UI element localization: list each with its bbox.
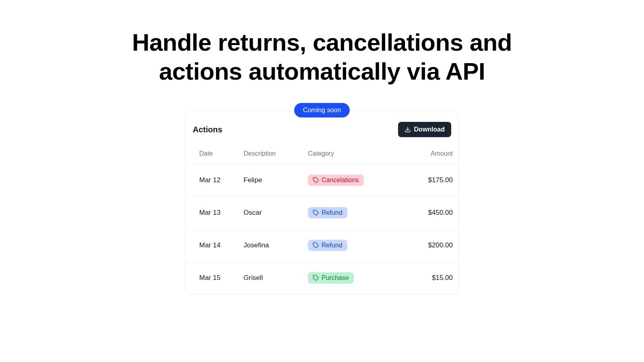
cell-category: Purchase [308,272,396,284]
table-row: Mar 12FelipeCancelations$175.00 [186,164,458,197]
actions-card: Actions Download Date Description Catego… [185,110,459,294]
cell-description: Oscar [244,209,308,217]
th-description: Description [244,150,308,157]
row-menu-button[interactable] [458,175,459,186]
coming-soon-badge: Coming soon [294,103,350,117]
cell-amount: $15.00 [396,274,453,282]
th-amount: Amount [396,150,453,157]
cell-description: Josefina [244,241,308,249]
category-label: Purchase [322,274,349,282]
category-badge: Purchase [308,272,354,284]
cell-category: Refund [308,207,396,218]
card-header: Actions Download [186,122,458,146]
cell-category: Cancelations [308,175,396,186]
download-icon [405,126,411,133]
cell-category: Refund [308,240,396,251]
table-row: Mar 13OscarRefund$450.00 [186,197,458,229]
cell-description: Felipe [244,176,308,184]
category-label: Refund [322,242,343,249]
download-label: Download [414,126,445,133]
row-menu-button[interactable] [458,240,459,251]
cell-description: Grisell [244,274,308,282]
card-title: Actions [193,125,222,134]
th-actions [453,150,459,157]
cell-amount: $450.00 [396,209,453,217]
table-row: Mar 15GrisellPurchase$15.00 [186,262,458,294]
category-label: Refund [322,209,343,216]
category-badge: Refund [308,207,347,218]
table-row: Mar 14JosefinaRefund$200.00 [186,229,458,262]
category-badge: Cancelations [308,175,364,186]
th-category: Category [308,150,396,157]
row-menu-button[interactable] [458,207,459,218]
table-body: Mar 12FelipeCancelations$175.00Mar 13Osc… [186,164,458,294]
download-button[interactable]: Download [398,122,451,137]
cell-amount: $175.00 [396,176,453,184]
actions-card-wrap: Coming soon Actions Download Date Descri… [185,110,459,294]
hero-title: Handle returns, cancellations and action… [101,28,543,86]
cell-date: Mar 14 [199,241,244,249]
row-menu-button[interactable] [458,272,459,284]
category-badge: Refund [308,240,347,251]
tag-icon [313,242,319,249]
cell-date: Mar 13 [199,209,244,217]
cell-date: Mar 12 [199,176,244,184]
tag-icon [313,275,319,281]
category-label: Cancelations [322,177,359,184]
tag-icon [313,177,319,183]
th-date: Date [199,150,244,157]
table-header: Date Description Category Amount [186,146,458,164]
tag-icon [313,210,319,216]
cell-date: Mar 15 [199,274,244,282]
cell-amount: $200.00 [396,241,453,249]
